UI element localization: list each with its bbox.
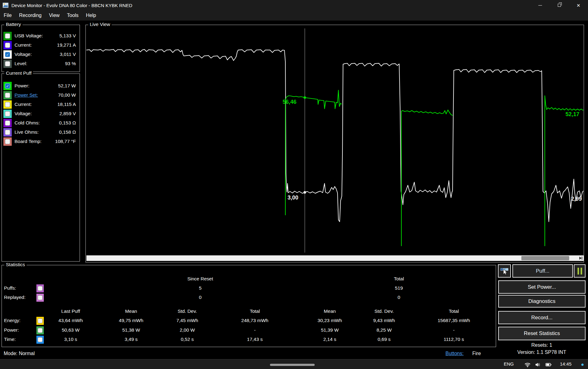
stats-value-time-2: 0,52 s: [181, 337, 194, 342]
checkbox-current[interactable]: [5, 102, 10, 107]
stats-value-energy-0: 43,64 mWh: [58, 318, 83, 323]
notification-dot-icon[interactable]: [579, 362, 586, 368]
resets-count: Resets: 1: [531, 342, 552, 348]
counter-label-puffs: Puffs:: [4, 285, 16, 291]
counter-total-puffs: 519: [395, 285, 403, 291]
stats-value-time-3: 17,43 s: [247, 337, 263, 342]
voltage-value: 3,011 V: [60, 52, 76, 57]
trace-battery-voltage: [86, 49, 583, 222]
stats-value-energy-3: 248,73 mWh: [241, 318, 268, 323]
chart-value-label-52-17: 52,17: [565, 111, 579, 117]
checkbox-replayed[interactable]: [38, 295, 43, 300]
trace-swatch-current: [3, 100, 12, 109]
scrollbar-thumb[interactable]: [521, 256, 569, 260]
checkbox-energy[interactable]: [38, 318, 43, 323]
stats-column-header-5-std-dev: Std. Dev.: [375, 308, 394, 314]
stats-value-time-6: 1112,70 s: [444, 337, 464, 342]
stats-value-time-1: 3,49 s: [125, 337, 138, 342]
taskbar: ENG 14:45: [0, 359, 588, 369]
checkbox-usb-voltage[interactable]: [5, 33, 10, 39]
checkbox-cold-ohms[interactable]: [5, 120, 10, 126]
level-label: Level:: [14, 61, 27, 66]
stats-column-header-4-mean: Mean: [324, 308, 336, 314]
stats-column-header-3-total: Total: [250, 308, 260, 314]
trace-swatch-power-set: [3, 91, 12, 99]
stats-value-power-5: 8,25 W: [376, 327, 391, 333]
wifi-icon[interactable]: [524, 362, 531, 368]
checkbox-current[interactable]: [5, 43, 10, 48]
mode-status: Mode: Normal: [4, 351, 35, 356]
counter-total-replayed: 0: [398, 295, 400, 300]
battery-icon[interactable]: [545, 362, 552, 368]
current-value: 18,115 A: [57, 102, 76, 107]
clock[interactable]: 14:45: [560, 361, 572, 367]
minimize-icon: [538, 5, 542, 6]
current-label: Current:: [14, 102, 32, 107]
language-indicator[interactable]: ENG: [504, 361, 514, 367]
checkbox-live-ohms[interactable]: [5, 130, 10, 135]
checkbox-power[interactable]: ✓: [5, 83, 10, 89]
trace-swatch-voltage: ✓: [3, 50, 12, 59]
menu-file[interactable]: File: [0, 10, 15, 21]
pause-button[interactable]: [574, 264, 586, 278]
close-icon: ✕: [577, 3, 581, 8]
pause-icon: [578, 268, 582, 275]
live-view-chart: 56,463,0052,172,99: [86, 28, 583, 253]
checkbox-puffs[interactable]: [38, 286, 43, 291]
checkbox-power[interactable]: [38, 328, 43, 333]
current-puff-panel: Current Puff ✓Power:52,17 WPower Set:70,…: [2, 73, 80, 262]
maximize-button[interactable]: [550, 0, 569, 10]
stats-row-label-energy: Energy:: [4, 318, 20, 323]
trace-swatch-current: [3, 41, 12, 49]
minimize-button[interactable]: [531, 0, 550, 10]
scroll-end-icon[interactable]: [578, 256, 583, 261]
menu-view[interactable]: View: [45, 10, 63, 21]
diagnostics-button[interactable]: Diagnostics: [498, 295, 586, 308]
menu-tools[interactable]: Tools: [63, 10, 82, 21]
reset-statistics-button[interactable]: Reset Statistics: [498, 327, 586, 340]
chart-value-label-56-46: 56,46: [283, 99, 296, 105]
button-monitor-icon: [500, 267, 509, 275]
counter-since-reset-puffs: 5: [199, 285, 202, 291]
record-button[interactable]: Record...: [498, 311, 586, 324]
checkbox-board-temp[interactable]: [5, 139, 10, 144]
menu-help[interactable]: Help: [82, 10, 100, 21]
level-value: 93 %: [65, 61, 76, 66]
power-label: Power:: [14, 83, 29, 89]
cursor-marker-1: [304, 191, 306, 194]
button-monitor-button[interactable]: [498, 264, 511, 278]
power-set-value: 70,00 W: [58, 92, 76, 98]
checkbox-time[interactable]: [38, 337, 43, 342]
counter-label-replayed: Replayed:: [4, 295, 26, 300]
power-set-label[interactable]: Power Set:: [14, 92, 38, 98]
volume-icon[interactable]: [535, 362, 541, 368]
cold-ohms-label: Cold Ohms:: [14, 120, 40, 126]
chart-horizontal-scrollbar[interactable]: [86, 255, 584, 261]
chart-value-label-2-99: 2,99: [571, 196, 582, 202]
puff-button[interactable]: Puff...: [512, 264, 573, 278]
set-power-button[interactable]: Set Power...: [498, 280, 586, 294]
title-bar: Device Monitor - Evolv DNA 80 Color - BB…: [0, 0, 588, 10]
buttons-value: Fire: [472, 351, 481, 356]
stats-value-power-2: 2,00 W: [180, 327, 195, 333]
checkbox-level[interactable]: [5, 61, 10, 66]
stats-column-header-0-last-puff: Last Puff: [61, 308, 80, 314]
close-button[interactable]: ✕: [569, 0, 588, 10]
counter-swatch-puffs: [36, 284, 44, 292]
checkbox-voltage[interactable]: ✓: [5, 52, 10, 57]
buttons-link[interactable]: Buttons:: [445, 351, 464, 356]
power-value: 52,17 W: [58, 83, 76, 89]
cold-ohms-value: 0,153 Ω: [59, 120, 76, 126]
checkbox-voltage[interactable]: [5, 111, 10, 116]
battery-panel: Battery USB Voltage:5,133 VCurrent:19,27…: [2, 25, 80, 72]
voltage-label: Voltage:: [14, 52, 32, 57]
menu-recording[interactable]: Recording: [15, 10, 45, 21]
counter-swatch-replayed: [36, 294, 44, 302]
stats-column-header-2-std-dev: Std. Dev.: [178, 308, 197, 314]
taskbar-center-pill[interactable]: [270, 364, 315, 366]
checkbox-power-set[interactable]: [5, 93, 10, 98]
cursor-marker-0: [304, 96, 306, 99]
stats-value-power-3: -: [254, 327, 255, 333]
trace-puff-power-3: [545, 96, 583, 246]
current-value: 19,271 A: [57, 42, 76, 48]
